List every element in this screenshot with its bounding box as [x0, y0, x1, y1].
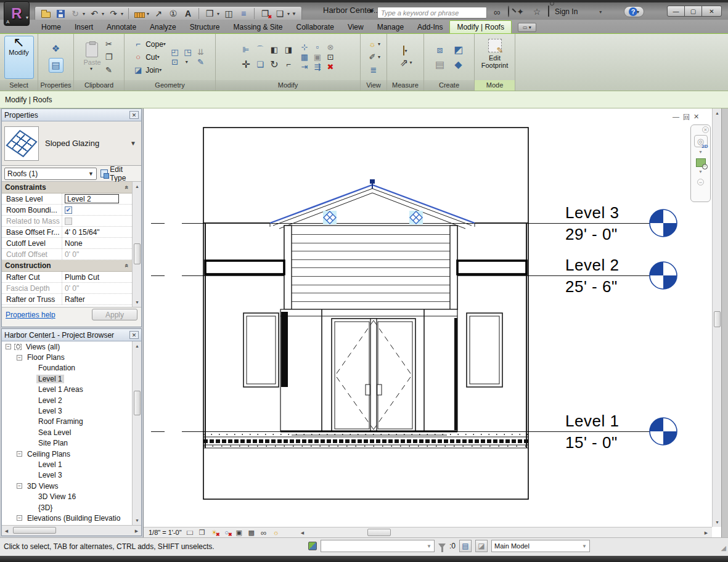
view-close-icon[interactable]: ✕ — [693, 113, 699, 122]
move-icon[interactable]: ✛ — [240, 59, 252, 70]
scroll-up-icon[interactable]: ▲ — [713, 108, 722, 118]
view-dropdown-icon[interactable]: ▾ — [378, 41, 380, 47]
qat-flyout-arrow-icon[interactable]: ▶ — [370, 7, 374, 14]
wheel-dropdown-icon[interactable]: ▼ — [698, 150, 703, 154]
rafter-cut-value[interactable]: Plumb Cut — [62, 272, 132, 282]
aligned-dimension-icon[interactable]: ↗ — [153, 8, 164, 19]
mirror-draw-axis-icon[interactable]: ◨ — [283, 44, 294, 55]
open-icon[interactable] — [40, 8, 51, 19]
tree-item-site-plan[interactable]: Site Plan — [2, 438, 141, 449]
cope-icon[interactable]: ⌐ — [133, 39, 144, 50]
panel-label-geometry[interactable]: Geometry — [125, 80, 215, 91]
properties-help-link[interactable]: Properties help — [6, 311, 55, 319]
join-dropdown-icon[interactable]: ▾ — [159, 67, 162, 73]
section-icon[interactable]: ◫ — [223, 8, 234, 19]
panel-label-mode[interactable]: Mode — [475, 80, 515, 91]
measure-dropdown-icon[interactable]: ▾ — [147, 11, 149, 17]
panel-label-clipboard[interactable]: Clipboard — [74, 80, 124, 91]
steering-wheel-icon[interactable]: ◎2D — [694, 135, 708, 147]
tab-insert[interactable]: Insert — [68, 21, 100, 33]
tree-item-views-all[interactable]: −Views (all) — [2, 341, 141, 352]
edit-type-button[interactable]: Edit Type — [100, 165, 139, 182]
tree-item-level-1-selected[interactable]: Level 1 — [2, 373, 141, 384]
scroll-up-icon[interactable]: ▲ — [133, 182, 141, 191]
browser-scrollbar[interactable]: ▲ ▼ — [132, 341, 141, 525]
tab-manage[interactable]: Manage — [370, 21, 411, 33]
collapse-icon[interactable]: − — [17, 451, 22, 457]
lightbulb-icon[interactable]: ☼ — [367, 39, 378, 50]
scroll-up-icon[interactable]: ▲ — [133, 341, 141, 351]
level-3-name[interactable]: Level 3 — [565, 203, 658, 223]
collapse-chevron-icon[interactable]: « — [123, 185, 131, 189]
collapse-icon[interactable]: − — [6, 344, 11, 349]
panel-label-view[interactable]: View — [361, 80, 386, 91]
undo-dropdown-icon[interactable]: ▾ — [102, 11, 104, 17]
section-construction[interactable]: Construction« — [2, 260, 132, 272]
cut-to-clipboard-icon[interactable]: ✂ — [104, 39, 115, 50]
view-restore-icon[interactable]: 回 — [683, 113, 690, 122]
trim-extend-multiple-icon[interactable]: ⇶ — [312, 62, 323, 73]
tree-item-ceiling-level-3[interactable]: Level 3 — [2, 470, 141, 481]
navbar-collapse-icon[interactable]: − — [697, 179, 704, 185]
sync-dropdown-icon[interactable]: ▾ — [83, 11, 85, 17]
view-scale[interactable]: 1/8" = 1'-0" — [149, 529, 182, 536]
tab-analyze[interactable]: Analyze — [143, 21, 183, 33]
type-properties-icon[interactable]: ❖ — [49, 41, 63, 56]
rafter-or-truss-value[interactable]: Rafter — [62, 294, 132, 304]
level-3-elevation[interactable]: 29' - 0" — [565, 225, 658, 243]
application-menu-button[interactable]: R A ▾ — [4, 1, 30, 26]
close-hidden-windows-icon[interactable]: ❐✖ — [260, 8, 271, 19]
apply-button[interactable]: Apply — [92, 309, 137, 320]
scroll-down-icon[interactable]: ▼ — [133, 516, 141, 525]
tab-view[interactable]: View — [341, 21, 370, 33]
panel-label-measure[interactable]: Measure — [387, 80, 423, 91]
tree-item-ceiling-plans[interactable]: −Ceiling Plans — [2, 449, 141, 459]
thin-lines-icon[interactable]: ≡ — [238, 8, 249, 19]
base-offset-value[interactable]: 4' 0 15/64" — [62, 227, 132, 237]
align-icon[interactable]: ⊫ — [240, 44, 252, 55]
level-1-elevation[interactable]: 15' - 0" — [565, 433, 658, 452]
default-3d-view-icon[interactable]: ❒ — [204, 8, 215, 19]
tag-by-category-icon[interactable]: ① — [168, 8, 179, 19]
help-dropdown-icon[interactable]: ▾ — [637, 9, 639, 15]
show-crop-region-icon[interactable]: ▩ — [247, 528, 256, 537]
browser-horizontal-scrollbar[interactable]: ◀ ▶ — [2, 525, 141, 536]
edit-footprint-button[interactable]: Edit Footprint — [480, 36, 510, 79]
tree-item-level-3[interactable]: Level 3 — [2, 405, 141, 416]
panel-label-select[interactable]: Select — [0, 80, 38, 91]
create-group-icon[interactable]: ◩ — [453, 44, 464, 55]
selection-filter-icon[interactable] — [438, 544, 446, 548]
paste-button[interactable]: Paste ▾ — [83, 43, 100, 71]
create-parts-icon[interactable]: ▤ — [435, 59, 446, 70]
cut-geometry-icon[interactable]: ○ — [133, 52, 144, 63]
create-assembly-icon[interactable]: ◆ — [453, 59, 464, 70]
level-2-name[interactable]: Level 2 — [565, 255, 658, 275]
tab-structure[interactable]: Structure — [183, 21, 227, 33]
save-icon[interactable] — [55, 8, 66, 19]
modify-button[interactable]: ↖ Modify — [4, 36, 34, 79]
tree-item-3d-view-16[interactable]: 3D View 16 — [2, 491, 141, 502]
measure-icon[interactable] — [134, 8, 145, 19]
switch-windows-dropdown-icon[interactable]: ▾ — [287, 11, 290, 17]
detail-level-icon[interactable]: □ — [183, 528, 196, 537]
scroll-down-icon[interactable]: ▼ — [133, 298, 141, 307]
tree-item-sea-level[interactable]: Sea Level — [2, 427, 141, 438]
zoom-dropdown-icon[interactable]: ▼ — [698, 169, 703, 174]
3d-view-dropdown-icon[interactable]: ▾ — [217, 11, 219, 17]
collapse-icon[interactable]: − — [17, 483, 22, 489]
sync-with-central-icon[interactable]: ↻ — [70, 8, 81, 19]
panel-label-properties[interactable]: Properties — [38, 80, 73, 91]
minimize-ribbon-button[interactable]: ▭ ▾ — [518, 23, 536, 32]
scroll-down-icon[interactable]: ▼ — [713, 518, 722, 527]
scroll-right-icon[interactable]: ▶ — [701, 528, 711, 537]
reveal-hidden-elements-icon[interactable]: ☼ — [272, 528, 280, 537]
join-label[interactable]: Join — [145, 66, 159, 75]
project-browser-header[interactable]: Harbor Center1 - Project Browser ✕ — [2, 329, 141, 341]
base-level-field[interactable]: Level 2 — [65, 194, 119, 203]
scroll-left-icon[interactable]: ◀ — [298, 528, 307, 537]
dimension-icon[interactable]: ⇗ — [398, 57, 409, 68]
scroll-right-icon[interactable]: ▶ — [132, 526, 141, 536]
room-bounding-checkbox[interactable]: ✔ — [65, 206, 72, 214]
match-type-properties-icon[interactable]: ✎ — [104, 65, 115, 76]
undo-icon[interactable]: ↶ — [89, 8, 100, 19]
